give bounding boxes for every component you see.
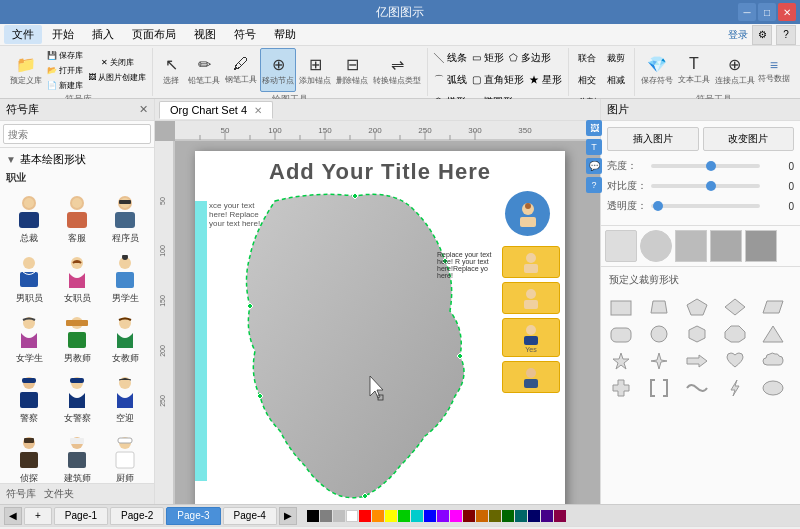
text-tool-btn[interactable]: T 文本工具 [676,48,712,92]
brightness-slider[interactable] [647,164,764,168]
del-anchor-btn[interactable]: ⊟ 删除锚点 [334,48,370,92]
symbol-item-14[interactable]: 厨师 [102,431,148,483]
symbol-item-9[interactable]: 警察 [6,371,52,429]
transparency-slider[interactable] [647,204,764,208]
color-darkgreen[interactable] [502,510,514,522]
insert-image-btn[interactable]: 插入图片 [607,127,699,151]
toolbar-open-btn[interactable]: 📂 打开库 [45,63,85,77]
shape-cloud[interactable] [759,349,787,373]
page-tab-2[interactable]: Page-2 [110,507,164,525]
shape-hexagon[interactable] [683,322,711,346]
symbol-data-btn[interactable]: ≡ 符号数据 [758,57,790,84]
symbol-item-6[interactable]: 女学生 [6,311,52,369]
menu-layout[interactable]: 页面布局 [124,25,184,44]
color-blue[interactable] [424,510,436,522]
thumb-4[interactable] [710,230,742,262]
panel-close-icon[interactable]: ✕ [139,103,148,116]
color-crimson[interactable] [554,510,566,522]
color-yellow[interactable] [385,510,397,522]
shape-parallelogram[interactable] [759,295,787,319]
color-purple[interactable] [437,510,449,522]
roundrect-btn[interactable]: ▢ 直角矩形 [470,70,526,90]
union-btn[interactable]: 联合 [573,48,601,68]
toolbar-save-btn[interactable]: 💾 保存库 [45,48,85,62]
star-btn[interactable]: ★ 星形 [527,70,564,90]
shape-heart[interactable] [721,349,749,373]
color-brown[interactable] [476,510,488,522]
toolbar-newlib-btn[interactable]: 📄 新建库 [45,78,85,92]
page-tab-4[interactable]: Page-4 [223,507,277,525]
shape-oval[interactable] [759,376,787,400]
toolbar-fromimg-btn[interactable]: 🖼 从图片创建库 [86,71,148,85]
line-btn[interactable]: ╲ 线条 [432,48,469,68]
color-navy[interactable] [528,510,540,522]
save-symbol-btn[interactable]: 💎 保存符号 [639,48,675,92]
symbol-item-2[interactable]: 程序员 [102,191,148,249]
canvas-content[interactable]: Add Your Title Here [175,141,600,504]
shape-octagon[interactable] [721,322,749,346]
page-tab-3[interactable]: Page-3 [166,507,220,525]
select-tool-btn[interactable]: ↖ 选择 [157,48,185,92]
symbol-item-11[interactable]: 空迎 [102,371,148,429]
color-gray[interactable] [320,510,332,522]
symbol-item-1[interactable]: 客服 [54,191,100,249]
color-teal[interactable] [515,510,527,522]
pen-tool-btn[interactable]: 🖊 钢笔工具 [223,48,259,92]
symbol-item-8[interactable]: 女教师 [102,311,148,369]
canvas-tab-close-0[interactable]: ✕ [254,105,262,116]
symbol-item-5[interactable]: 男学生 [102,251,148,309]
menu-symbol[interactable]: 符号 [226,25,264,44]
subtract-btn[interactable]: 相减 [602,70,630,90]
side-icon-1[interactable]: 🖼 [586,120,602,136]
symbol-item-4[interactable]: 女职员 [54,251,100,309]
tree-item-basic[interactable]: ▼ 基本绘图形状 [2,150,152,169]
menu-insert[interactable]: 插入 [84,25,122,44]
settings-button[interactable]: ⚙ [752,25,772,45]
color-maroon[interactable] [463,510,475,522]
shape-star4[interactable] [645,349,673,373]
contrast-slider[interactable] [647,184,764,188]
page-tab-1[interactable]: Page-1 [54,507,108,525]
menu-view[interactable]: 视图 [186,25,224,44]
page-prev-btn[interactable]: ◀ [4,507,22,525]
menu-help[interactable]: 帮助 [266,25,304,44]
thumb-5[interactable] [745,230,777,262]
color-red[interactable] [359,510,371,522]
canvas-page[interactable]: Add Your Title Here [195,151,565,504]
footer-tab-files[interactable]: 文件夹 [44,487,74,501]
shape-pentagon[interactable] [683,295,711,319]
symbol-item-10[interactable]: 女警察 [54,371,100,429]
thumb-1[interactable] [605,230,637,262]
color-indigo[interactable] [541,510,553,522]
conn-point-btn[interactable]: ⊕ 连接点工具 [713,48,757,92]
toolbar-closetab-btn[interactable]: ✕ 关闭库 [86,56,148,70]
trim-btn[interactable]: 裁剪 [602,48,630,68]
toolbar-predefine-btn[interactable]: 📁 预定义库 [8,55,44,85]
login-link[interactable]: 登录 [728,28,748,42]
shape-bracket[interactable] [645,376,673,400]
intersect-btn[interactable]: 相交 [573,70,601,90]
menu-start[interactable]: 开始 [44,25,82,44]
change-image-btn[interactable]: 改变图片 [703,127,795,151]
footer-tab-symbols[interactable]: 符号库 [6,487,36,501]
shape-cross[interactable] [607,376,635,400]
thumb-2[interactable] [640,230,672,262]
page-next-btn[interactable]: ▶ [279,507,297,525]
color-cyan[interactable] [411,510,423,522]
menu-file[interactable]: 文件 [4,25,42,44]
pencil-tool-btn[interactable]: ✏ 铅笔工具 [186,48,222,92]
polygon-btn[interactable]: ⬠ 多边形 [507,48,553,68]
minimize-button[interactable]: ─ [738,3,756,21]
help-button[interactable]: ? [776,25,796,45]
canvas-tab-0[interactable]: Org Chart Set 4 ✕ [159,101,273,119]
color-black[interactable] [307,510,319,522]
shape-arrow-right[interactable] [683,349,711,373]
move-node-btn[interactable]: ⊕ 移动节点 [260,48,296,92]
shape-trapezoid[interactable] [645,295,673,319]
shape-lightning[interactable] [721,376,749,400]
color-green[interactable] [398,510,410,522]
thumb-3[interactable] [675,230,707,262]
shape-star5[interactable] [607,349,635,373]
symbol-item-0[interactable]: 总裁 [6,191,52,249]
shape-circle[interactable] [645,322,673,346]
